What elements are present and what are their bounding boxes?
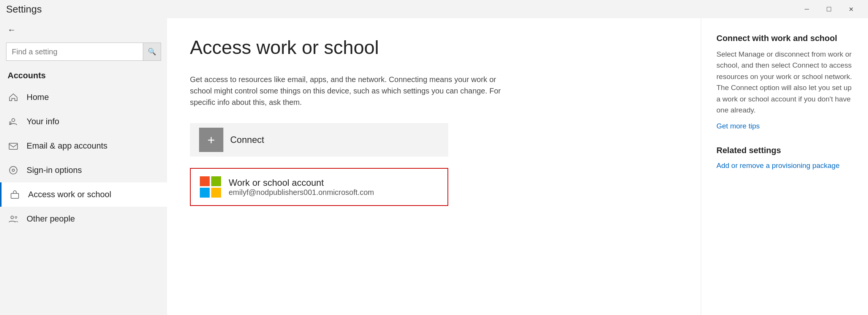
other-people-icon xyxy=(8,214,19,224)
sidebar-item-other-people-label: Other people xyxy=(27,214,75,224)
sidebar-item-your-info[interactable]: Your info xyxy=(0,109,167,134)
search-box: 🔍 xyxy=(6,43,161,61)
sidebar-item-home-label: Home xyxy=(27,92,49,102)
svg-point-8 xyxy=(11,216,14,219)
account-name: Work or school account xyxy=(229,177,374,188)
title-bar-left: Settings xyxy=(6,3,42,15)
page-description: Get access to resources like email, apps… xyxy=(190,74,501,108)
access-work-icon xyxy=(9,190,21,199)
email-icon xyxy=(8,141,19,151)
svg-rect-4 xyxy=(9,143,17,149)
ms-logo-blue xyxy=(200,188,210,198)
account-card[interactable]: Work or school account emilyf@nodpublish… xyxy=(190,168,448,206)
settings-window: Settings ─ ☐ ✕ ← 🔍 Accounts xyxy=(0,0,868,315)
your-info-icon xyxy=(8,117,19,127)
sidebar: ← 🔍 Accounts Home xyxy=(0,18,167,315)
window-title: Settings xyxy=(6,3,42,15)
back-arrow-icon: ← xyxy=(8,25,16,35)
microsoft-logo xyxy=(200,176,221,198)
svg-point-5 xyxy=(9,166,17,174)
right-panel: Connect with work and school Select Mana… xyxy=(701,18,868,315)
sidebar-item-sign-in-label: Sign-in options xyxy=(27,165,82,175)
connect-section-body: Select Manage or disconnect from work or… xyxy=(716,49,853,116)
plus-icon: + xyxy=(199,128,223,152)
add-remove-provisioning-link[interactable]: Add or remove a provisioning package xyxy=(716,161,853,171)
svg-point-6 xyxy=(12,169,14,171)
sidebar-item-email-app[interactable]: Email & app accounts xyxy=(0,134,167,158)
page-title: Access work or school xyxy=(190,36,678,59)
account-info: Work or school account emilyf@nodpublish… xyxy=(229,177,374,197)
related-settings-title: Related settings xyxy=(716,146,853,155)
sidebar-item-home[interactable]: Home xyxy=(0,85,167,109)
get-more-tips-link[interactable]: Get more tips xyxy=(716,122,853,130)
search-button[interactable]: 🔍 xyxy=(143,43,161,61)
search-input[interactable] xyxy=(6,43,161,61)
connect-label: Connect xyxy=(230,135,264,145)
minimize-button[interactable]: ─ xyxy=(796,0,818,18)
connect-section-title: Connect with work and school xyxy=(716,33,853,43)
title-bar: Settings ─ ☐ ✕ xyxy=(0,0,868,18)
window-controls: ─ ☐ ✕ xyxy=(796,0,862,18)
sidebar-item-email-label: Email & app accounts xyxy=(27,141,108,151)
sign-in-icon xyxy=(8,165,19,175)
content-area: ← 🔍 Accounts Home xyxy=(0,18,868,315)
close-button[interactable]: ✕ xyxy=(840,0,862,18)
sidebar-section-header: Accounts xyxy=(0,68,167,84)
sidebar-item-sign-in[interactable]: Sign-in options xyxy=(0,158,167,182)
svg-point-9 xyxy=(15,217,17,218)
sidebar-item-other-people[interactable]: Other people xyxy=(0,207,167,231)
connect-button[interactable]: + Connect xyxy=(190,123,448,157)
svg-rect-7 xyxy=(11,193,19,198)
search-icon: 🔍 xyxy=(148,47,156,56)
ms-logo-green xyxy=(211,176,221,186)
svg-point-0 xyxy=(12,119,15,122)
account-email: emilyf@nodpublishers001.onmicrosoft.com xyxy=(229,188,374,197)
sidebar-item-access-work-label: Access work or school xyxy=(28,190,111,199)
ms-logo-red xyxy=(200,176,210,186)
home-icon xyxy=(8,92,19,102)
maximize-button[interactable]: ☐ xyxy=(818,0,840,18)
ms-logo-yellow xyxy=(211,188,221,198)
back-button[interactable]: ← xyxy=(0,21,167,39)
main-content: Access work or school Get access to reso… xyxy=(167,18,701,315)
sidebar-item-your-info-label: Your info xyxy=(27,117,59,127)
sidebar-item-access-work[interactable]: Access work or school xyxy=(0,182,167,207)
